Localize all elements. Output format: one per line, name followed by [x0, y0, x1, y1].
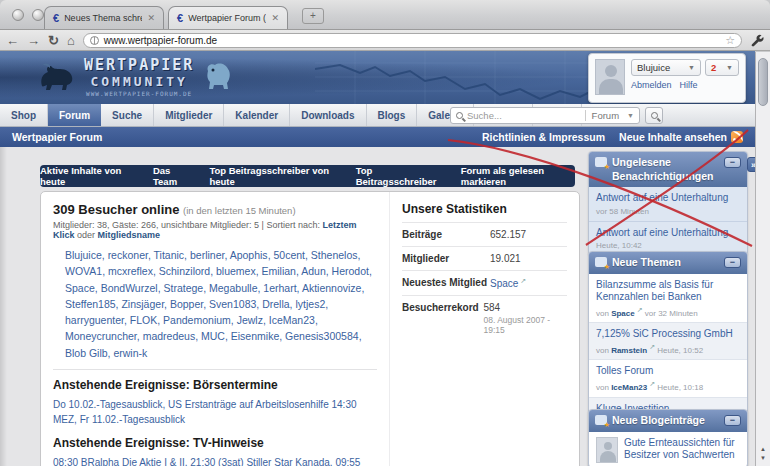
member-link[interactable]: Adun, [301, 265, 331, 277]
member-link[interactable]: BondWurzel, [101, 282, 164, 294]
browser-tab[interactable]: € Neues Thema schreiben - W ✕ [44, 6, 164, 29]
member-link[interactable]: IceMan23, [269, 314, 318, 326]
member-link[interactable]: Jewlz, [237, 314, 269, 326]
notification-title[interactable]: Antwort auf eine Unterhaltung [596, 192, 740, 205]
topic-item[interactable]: 7,125% SiC Processing GmbH von Ramstein↗… [589, 322, 747, 359]
breadcrumb-link[interactable]: Richtlinien & Impressum [482, 131, 605, 143]
rss-icon[interactable] [731, 131, 743, 143]
nav-tab[interactable]: Forum [48, 104, 101, 126]
bookmark-star-icon[interactable]: ☆ [725, 34, 735, 47]
event-text[interactable]: 08:30 BRalpha Die Aktie I & II, 21:30 (3… [53, 455, 377, 466]
scrollbar-thumb[interactable] [758, 58, 768, 106]
member-link[interactable]: Blujuice, [65, 249, 108, 261]
notification-item[interactable]: Antwort auf eine Unterhaltung vor 58 Min… [589, 187, 747, 221]
member-link[interactable]: Herodot, [332, 265, 372, 277]
member-link[interactable]: lytjes2, [295, 298, 328, 310]
member-link[interactable]: Zinsjäger, [121, 298, 169, 310]
member-link[interactable]: bluemex, [216, 265, 262, 277]
quicklink[interactable]: Das Team [153, 165, 191, 187]
topic-author-link[interactable]: IceMan23 [611, 383, 647, 392]
collapse-button[interactable]: − [724, 157, 741, 168]
member-link[interactable]: berliner, [190, 249, 230, 261]
member-link[interactable]: mcxreflex, [108, 265, 159, 277]
member-link[interactable]: Emilian, [262, 265, 302, 277]
scrollbar-arrows[interactable]: ▲▼ [756, 445, 770, 463]
member-link[interactable]: Bopper, [170, 298, 209, 310]
nav-tab[interactable]: Kalender [224, 104, 290, 126]
quicklink[interactable]: Aktive Inhalte von heute [40, 165, 135, 187]
blog-title[interactable]: Gute Ernteaussichten für Besitzer von Sa… [624, 437, 740, 462]
reload-icon[interactable]: ↻ [48, 34, 59, 47]
event-text[interactable]: Do 10.02.-Tagesausblick, US Erstanträge … [53, 397, 377, 427]
member-link[interactable]: erwin-k, [113, 347, 147, 359]
tab-close-icon[interactable]: ✕ [271, 13, 279, 23]
user-avatar[interactable] [595, 59, 625, 95]
member-link[interactable]: Schinzilord, [159, 265, 216, 277]
topic-title[interactable]: Bilanzsumme als Basis für Kennzahlen bei… [596, 279, 740, 304]
topic-item[interactable]: Tolles Forum von IceMan23↗ Heute, 10:18 [589, 359, 747, 396]
member-link[interactable]: Stratege, [163, 282, 209, 294]
topic-title[interactable]: Tolles Forum [596, 365, 740, 378]
browser-tab[interactable]: € Wertpapier Forum (Aktien, B ✕ [168, 6, 288, 29]
search-scope-dropdown[interactable]: Forum ▼ [585, 110, 634, 121]
browser-scrollbar[interactable]: ▲▼ [755, 52, 770, 466]
notifications-dropdown[interactable]: 2 ▼ [705, 59, 739, 76]
member-link[interactable]: Pandemonium, [163, 314, 237, 326]
member-link[interactable]: Megabulle, [209, 282, 263, 294]
member-link[interactable]: Eisenmike, [231, 330, 285, 342]
nav-tab[interactable]: Shop [0, 104, 48, 126]
topic-title[interactable]: 7,125% SiC Processing GmbH [596, 328, 740, 341]
notification-title[interactable]: Antwort auf eine Unterhaltung [596, 227, 740, 240]
member-link[interactable]: Drella, [262, 298, 295, 310]
topic-item[interactable]: Bilanzsumme als Basis für Kennzahlen bei… [589, 274, 747, 323]
home-icon[interactable]: ⌂ [67, 34, 75, 47]
member-link[interactable]: Sven1083, [209, 298, 262, 310]
quicklink[interactable]: Forum als gelesen markieren [461, 165, 575, 187]
member-link[interactable]: Steffen185, [65, 298, 121, 310]
new-tab-button[interactable]: + [302, 8, 324, 24]
member-link[interactable]: Titanic, [154, 249, 190, 261]
topic-author-link[interactable]: Space [611, 308, 635, 317]
collapse-button[interactable]: − [724, 257, 741, 268]
member-link[interactable]: Aktiennovize, [302, 282, 364, 294]
sidebar-expand-button[interactable]: » [747, 157, 755, 172]
nav-tab[interactable]: Mitglieder [154, 104, 224, 126]
search-input[interactable]: Suche... Forum ▼ [450, 107, 640, 124]
topic-author-link[interactable]: Ramstein [611, 345, 647, 354]
settings-wrench-icon[interactable] [750, 33, 764, 47]
minimize-window-button[interactable] [32, 9, 44, 21]
member-link[interactable]: Moneycruncher, [65, 330, 143, 342]
member-link[interactable]: Space, [65, 282, 101, 294]
member-link[interactable]: Apophis, [230, 249, 274, 261]
back-icon[interactable]: ← [6, 34, 19, 47]
url-bar[interactable]: www.wertpapier-forum.de ☆ [83, 33, 742, 48]
breadcrumb-link[interactable]: Neue Inhalte ansehen [619, 131, 727, 143]
member-link[interactable]: Blob Gilb, [65, 347, 113, 359]
username-dropdown[interactable]: Blujuice ▼ [631, 59, 701, 76]
blog-item[interactable]: Gute Ernteaussichten für Besitzer von Sa… [589, 432, 747, 466]
member-link[interactable]: Genesis300584, [285, 330, 361, 342]
nav-tab[interactable]: Downloads [290, 104, 366, 126]
tab-close-icon[interactable]: ✕ [147, 13, 155, 23]
sort-by-name-link[interactable]: Mitgliedsname [98, 230, 161, 240]
collapse-button[interactable]: − [724, 415, 741, 426]
member-link[interactable]: MUC, [201, 330, 231, 342]
member-link[interactable]: madredeus, [143, 330, 201, 342]
member-link[interactable]: 50cent, [273, 249, 310, 261]
close-window-button[interactable] [12, 9, 24, 21]
breadcrumb[interactable]: Wertpapier Forum [12, 131, 102, 143]
nav-tab[interactable]: Blogs [367, 104, 418, 126]
search-submit-button[interactable] [645, 107, 663, 124]
member-link[interactable]: WOVA1, [65, 265, 108, 277]
user-link[interactable]: Hilfe [680, 80, 698, 90]
member-link[interactable]: harryguenter, [65, 314, 130, 326]
site-logo[interactable]: WERTPAPIER COMMUNITY WWW.WERTPAPIER-FORU… [38, 56, 232, 97]
user-link[interactable]: Abmelden [631, 80, 672, 90]
quicklink[interactable]: Top Beitragsschreiber [356, 165, 443, 187]
nav-tab[interactable]: Suche [101, 104, 154, 126]
forward-icon[interactable]: → [27, 34, 40, 47]
quicklink[interactable]: Top Beitragsschreiber von heute [209, 165, 337, 187]
member-link[interactable]: 1erhart, [263, 282, 302, 294]
member-link[interactable]: Sthenelos, [311, 249, 361, 261]
member-link[interactable]: FLOK, [130, 314, 163, 326]
